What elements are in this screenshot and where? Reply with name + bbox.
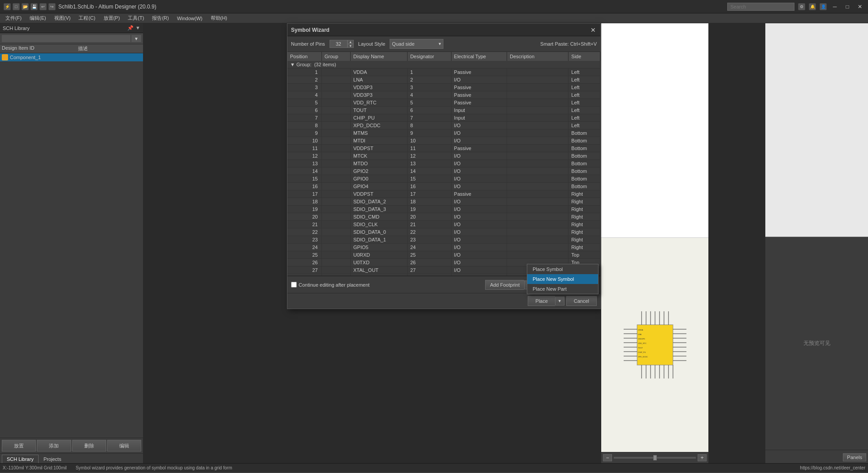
component-preview-svg: VDDA LNA VDD3P3 VDD_RTC TOUT CHIP_PU XPD… [619,309,691,381]
open-icon[interactable]: 📂 [22,3,29,10]
pin-type: I/O [451,129,507,137]
pin-type: I/O [451,236,507,244]
pin-description [507,198,569,206]
pin-position: 12 [287,152,321,160]
menu-file[interactable]: 文件(F) [2,14,25,22]
pins-table-scroll[interactable]: Position Group Display Name Designator E… [287,52,600,276]
table-row[interactable]: 11 VDDPST 11 Passive Bottom [287,145,600,152]
place-action-button[interactable]: Place [528,296,555,306]
place-new-symbol-item[interactable]: Place New Symbol [527,274,598,284]
add-footprint-button[interactable]: Add Footprint [485,280,524,290]
zoom-in-button[interactable]: + [698,454,707,461]
spinbox-down[interactable]: ▼ [347,44,354,48]
panels-button[interactable]: Panels [843,453,866,461]
table-row[interactable]: 6 TOUT 6 Input Left [287,107,600,114]
pin-designator: 20 [407,213,451,221]
place-dropdown-toggle[interactable]: ▼ [555,297,564,305]
pin-description [507,236,569,244]
place-symbol-item[interactable]: Place Symbol [527,264,598,274]
maximize-button[interactable]: □ [843,2,852,11]
table-row[interactable]: 5 VDD_RTC 5 Passive Left [287,99,600,107]
library-search-input[interactable] [1,34,131,43]
continue-editing-input[interactable] [291,282,297,288]
table-row[interactable]: 15 GPIO0 15 I/O Bottom [287,175,600,183]
table-row[interactable]: 23 SDIO_DATA_1 23 I/O Right [287,236,600,244]
spinbox-up[interactable]: ▲ [347,40,354,44]
menu-reports[interactable]: 报告(R) [148,14,172,22]
table-row[interactable]: 13 MTDO 13 I/O Bottom [287,160,600,168]
col-position[interactable]: Position [287,52,321,61]
pin-group [321,160,350,168]
panel-menu-icon[interactable]: ▼ [135,25,140,31]
new-icon[interactable]: □ [13,3,20,10]
table-row[interactable]: 9 MTMS 9 I/O Bottom [287,129,600,137]
table-row[interactable]: 4 VDD3P3 4 Passive Left [287,91,600,99]
pins-input[interactable]: 32 [330,40,347,48]
pin-type: Passive [451,145,507,152]
table-row[interactable]: 2 LNA 2 I/O Left [287,76,600,84]
pin-side: Right [569,244,600,251]
titlebar-right: ⚙ 🔔 👤 ─ □ ✕ [727,2,864,11]
table-row[interactable]: 8 XPD_DCDC 8 I/O Left [287,122,600,129]
col-designator[interactable]: Designator [407,52,451,61]
close-button[interactable]: ✕ [855,2,864,11]
col-side[interactable]: Side [569,52,600,61]
edit-button[interactable]: 编辑 [107,440,141,452]
col-description[interactable]: Description [507,52,569,61]
table-row[interactable]: 17 VDDPST 17 Passive Right [287,190,600,198]
table-row[interactable]: 24 GPIO5 24 I/O Right [287,244,600,251]
table-row[interactable]: 25 U0RXD 25 I/O Top [287,251,600,259]
bell-icon[interactable]: 🔔 [809,3,816,10]
menu-view[interactable]: 视图(V) [51,14,74,22]
redo-icon[interactable]: ↪ [48,3,56,10]
table-row[interactable]: 10 MTDI 10 I/O Bottom [287,137,600,145]
dialog-close-button[interactable]: ✕ [590,26,597,34]
gear-icon[interactable]: ⚙ [798,3,805,10]
zoom-slider[interactable] [614,457,696,459]
add-button[interactable]: 添加 [37,440,71,452]
menu-edit[interactable]: 编辑(E) [26,14,50,22]
tab-sch-library[interactable]: SCH Library [2,455,39,463]
pin-designator: 26 [407,259,451,267]
menu-tools[interactable]: 工具(T) [124,14,148,22]
minimize-button[interactable]: ─ [830,2,839,11]
list-item[interactable]: Component_1 [0,53,143,61]
panel-pin-icon[interactable]: 📌 [127,25,134,31]
delete-button[interactable]: 删除 [72,440,106,452]
layout-style-select[interactable]: Quad side Dual side Single side [390,39,443,49]
table-row[interactable]: 19 SDIO_DATA_3 19 I/O Right [287,206,600,213]
zoom-out-button[interactable]: − [603,454,612,461]
place-new-part-item[interactable]: Place New Part [527,284,598,294]
pin-name: VDDPST [351,190,408,198]
cancel-button[interactable]: Cancel [566,296,597,306]
table-row[interactable]: 12 MTCK 12 I/O Bottom [287,152,600,160]
menu-place[interactable]: 放置(P) [100,14,124,22]
col-display-name[interactable]: Display Name [351,52,408,61]
global-search-input[interactable] [727,3,794,11]
place-button[interactable]: 放置 [2,440,36,452]
table-row[interactable]: 16 GPIO4 16 I/O Bottom [287,183,600,190]
menu-window[interactable]: Window(W) [174,15,206,22]
pin-description [507,213,569,221]
table-row[interactable]: 1 VDDA 1 Passive Left [287,69,600,76]
library-search-button[interactable]: ▼ [131,34,142,43]
save-icon[interactable]: 💾 [30,3,38,10]
table-row[interactable]: 14 GPIO2 14 I/O Bottom [287,168,600,175]
right-preview-panel: VDDA LNA VDD3P3 VDD_RTC TOUT CHIP_PU XPD… [601,23,708,463]
menu-project[interactable]: 工程(C) [75,14,99,22]
table-row[interactable]: 3 VDD3P3 3 Passive Left [287,84,600,91]
table-row[interactable]: 18 SDIO_DATA_2 18 I/O Right [287,198,600,206]
pin-description [507,84,569,91]
menu-help[interactable]: 帮助(H) [207,14,231,22]
col-electrical-type[interactable]: Electrical Type [451,52,507,61]
col-group[interactable]: Group [321,52,350,61]
pin-name: SDIO_CMD [351,213,408,221]
table-row[interactable]: 21 SDIO_CLK 21 I/O Right [287,221,600,228]
undo-icon[interactable]: ↩ [39,3,47,10]
table-row[interactable]: 22 SDIO_DATA_0 22 I/O Right [287,228,600,236]
pin-description [507,168,569,175]
table-row[interactable]: 7 CHIP_PU 7 Input Left [287,114,600,122]
tab-projects[interactable]: Projects [39,455,66,463]
table-row[interactable]: 20 SDIO_CMD 20 I/O Right [287,213,600,221]
user-icon[interactable]: 👤 [820,3,827,10]
